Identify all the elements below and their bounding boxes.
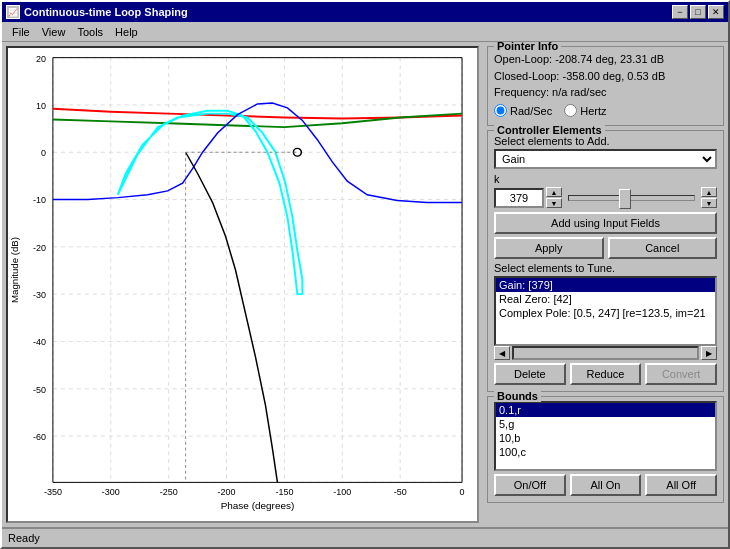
cancel-button[interactable]: Cancel xyxy=(608,237,718,259)
menu-bar: File View Tools Help xyxy=(2,22,728,42)
scroll-right-btn[interactable]: ▶ xyxy=(701,346,717,360)
tune-item-complexpole[interactable]: Complex Pole: [0.5, 247] [re=123.5, im=2… xyxy=(496,306,715,320)
svg-text:0: 0 xyxy=(460,487,465,497)
window-icon: 📈 xyxy=(6,5,20,19)
element-type-dropdown[interactable]: Gain xyxy=(494,149,717,169)
k-slider-dec-btn[interactable]: ▼ xyxy=(701,198,717,208)
main-content: 20 10 0 -10 -20 -30 -40 -50 -60 -350 -30… xyxy=(2,42,728,527)
k-slider-inc-btn[interactable]: ▲ xyxy=(701,187,717,197)
tune-scroll-row: ◀ ▶ xyxy=(494,346,717,360)
svg-text:-30: -30 xyxy=(33,290,46,300)
svg-text:-50: -50 xyxy=(33,385,46,395)
menu-tools[interactable]: Tools xyxy=(71,24,109,40)
all-off-button[interactable]: All Off xyxy=(645,474,717,496)
bounds-item-5g[interactable]: 5,g xyxy=(496,417,715,431)
select-tune-label: Select elements to Tune. xyxy=(494,262,717,274)
status-text: Ready xyxy=(8,532,40,544)
open-loop-text: Open-Loop: -208.74 deg, 23.31 dB xyxy=(494,51,717,68)
window-title: Continuous-time Loop Shaping xyxy=(24,6,188,18)
bounds-group: Bounds 0.1,r 5,g 10,b 100,c On/Off All O… xyxy=(487,396,724,503)
bounds-buttons-row: On/Off All On All Off xyxy=(494,474,717,496)
pointer-info-group: Pointer Info Open-Loop: -208.74 deg, 23.… xyxy=(487,46,724,126)
svg-text:-200: -200 xyxy=(218,487,236,497)
reduce-button[interactable]: Reduce xyxy=(570,363,642,385)
svg-text:0: 0 xyxy=(41,148,46,158)
svg-text:-250: -250 xyxy=(160,487,178,497)
plot-svg: 20 10 0 -10 -20 -30 -40 -50 -60 -350 -30… xyxy=(8,48,477,521)
plot-area: 20 10 0 -10 -20 -30 -40 -50 -60 -350 -30… xyxy=(6,46,479,523)
svg-text:-350: -350 xyxy=(44,487,62,497)
svg-text:-300: -300 xyxy=(102,487,120,497)
svg-text:-20: -20 xyxy=(33,243,46,253)
k-slider-thumb[interactable] xyxy=(619,189,631,209)
minimize-button[interactable]: − xyxy=(672,5,688,19)
menu-file[interactable]: File xyxy=(6,24,36,40)
scroll-track[interactable] xyxy=(512,346,699,360)
k-slider-track[interactable] xyxy=(568,195,695,201)
tune-list[interactable]: Gain: [379] Real Zero: [42] Complex Pole… xyxy=(494,276,717,346)
apply-cancel-row: Apply Cancel xyxy=(494,237,717,259)
svg-text:-40: -40 xyxy=(33,337,46,347)
rad-sec-option[interactable]: Rad/Sec xyxy=(494,103,552,120)
svg-text:20: 20 xyxy=(36,54,46,64)
tune-item-gain[interactable]: Gain: [379] xyxy=(496,278,715,292)
on-off-button[interactable]: On/Off xyxy=(494,474,566,496)
svg-text:-60: -60 xyxy=(33,432,46,442)
bounds-title: Bounds xyxy=(494,390,541,402)
all-on-button[interactable]: All On xyxy=(570,474,642,496)
k-label: k xyxy=(494,173,717,185)
delete-reduce-convert-row: Delete Reduce Convert xyxy=(494,363,717,385)
scroll-left-btn[interactable]: ◀ xyxy=(494,346,510,360)
svg-text:-150: -150 xyxy=(275,487,293,497)
bounds-item-10b[interactable]: 10,b xyxy=(496,431,715,445)
k-decrement-btn[interactable]: ▼ xyxy=(546,198,562,208)
bounds-item-0.1r[interactable]: 0.1,r xyxy=(496,403,715,417)
hertz-label: Hertz xyxy=(580,103,606,120)
menu-help[interactable]: Help xyxy=(109,24,144,40)
title-bar: 📈 Continuous-time Loop Shaping − □ ✕ xyxy=(2,2,728,22)
svg-text:Phase (degrees): Phase (degrees) xyxy=(221,501,295,512)
pointer-info-content: Open-Loop: -208.74 deg, 23.31 dB Closed-… xyxy=(494,51,717,119)
select-add-label: Select elements to Add. xyxy=(494,135,717,147)
title-bar-left: 📈 Continuous-time Loop Shaping xyxy=(6,5,188,19)
rad-sec-label: Rad/Sec xyxy=(510,103,552,120)
k-input[interactable] xyxy=(494,188,544,208)
title-buttons: − □ ✕ xyxy=(672,5,724,19)
menu-view[interactable]: View xyxy=(36,24,72,40)
bounds-list[interactable]: 0.1,r 5,g 10,b 100,c xyxy=(494,401,717,471)
maximize-button[interactable]: □ xyxy=(690,5,706,19)
main-window: 📈 Continuous-time Loop Shaping − □ ✕ Fil… xyxy=(0,0,730,549)
closed-loop-text: Closed-Loop: -358.00 deg, 0.53 dB xyxy=(494,68,717,85)
svg-text:10: 10 xyxy=(36,101,46,111)
convert-button[interactable]: Convert xyxy=(645,363,717,385)
add-using-input-fields-button[interactable]: Add using Input Fields xyxy=(494,212,717,234)
pointer-info-title: Pointer Info xyxy=(494,42,561,52)
frequency-text: Frequency: n/a rad/sec xyxy=(494,84,717,101)
controller-elements-title: Controller Elements xyxy=(494,124,605,136)
close-button[interactable]: ✕ xyxy=(708,5,724,19)
k-spinner-row: ▲ ▼ ▲ ▼ xyxy=(494,187,717,208)
svg-text:-100: -100 xyxy=(333,487,351,497)
frequency-unit-row: Rad/Sec Hertz xyxy=(494,103,717,120)
controller-elements-group: Controller Elements Select elements to A… xyxy=(487,130,724,392)
hertz-radio[interactable] xyxy=(564,104,577,117)
bounds-item-100c[interactable]: 100,c xyxy=(496,445,715,459)
rad-sec-radio[interactable] xyxy=(494,104,507,117)
right-panel: Pointer Info Open-Loop: -208.74 deg, 23.… xyxy=(483,42,728,527)
svg-text:Magnitude (dB): Magnitude (dB) xyxy=(9,237,20,303)
status-bar: Ready xyxy=(2,527,728,547)
hertz-option[interactable]: Hertz xyxy=(564,103,606,120)
k-increment-btn[interactable]: ▲ xyxy=(546,187,562,197)
apply-button[interactable]: Apply xyxy=(494,237,604,259)
svg-text:-10: -10 xyxy=(33,196,46,206)
delete-button[interactable]: Delete xyxy=(494,363,566,385)
tune-item-realzero[interactable]: Real Zero: [42] xyxy=(496,292,715,306)
svg-text:-50: -50 xyxy=(394,487,407,497)
